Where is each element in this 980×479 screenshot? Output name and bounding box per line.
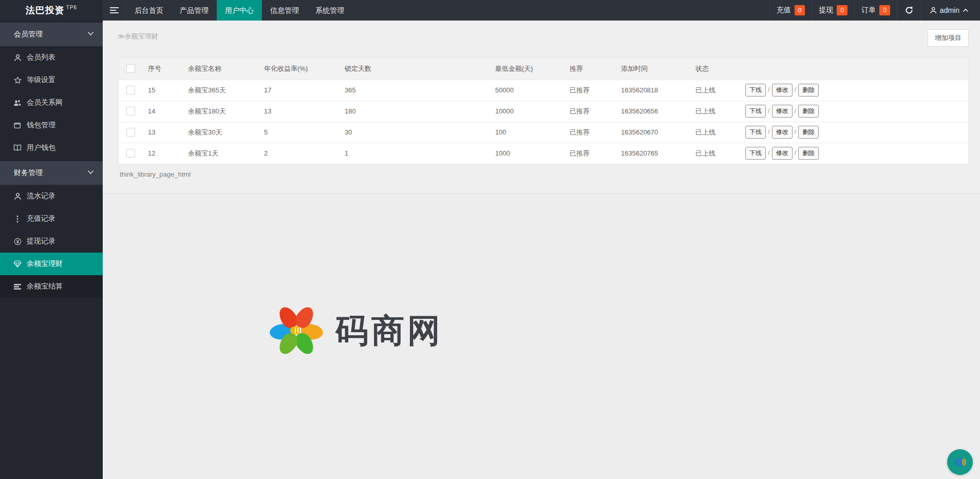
cell-rate: 13	[261, 101, 342, 122]
row-checkbox[interactable]	[126, 107, 135, 116]
cell-name: 余额宝180天	[185, 101, 261, 122]
sidebar-item-label: 提现记录	[27, 237, 55, 246]
cell-time: 1635620765	[618, 143, 693, 164]
collapse-menu-button[interactable]	[103, 0, 126, 21]
sidebar-group-members[interactable]: 会员管理	[0, 23, 103, 46]
cell-recommend: 已推荐	[567, 80, 618, 101]
sidebar-item-label: 会员列表	[27, 53, 55, 62]
sidebar-item-flow-records[interactable]: 流水记录	[0, 185, 103, 207]
cell-days: 180	[342, 101, 493, 122]
data-table-card: 序号 余额宝名称 年化收益率(%) 锁定天数 最低金额(天) 推荐 添加时间 状…	[118, 58, 969, 164]
cell-min: 10000	[493, 101, 567, 122]
cell-time: 1635620818	[618, 80, 693, 101]
cell-rate: 5	[261, 122, 342, 143]
cell-status: 已上线	[693, 80, 743, 101]
yen-circle-icon	[13, 237, 22, 245]
sidebar-item-label: 用户钱包	[27, 143, 55, 152]
row-checkbox[interactable]	[126, 149, 135, 158]
action-separator: /	[795, 86, 797, 93]
delete-button[interactable]: 删除	[798, 105, 819, 118]
app-logo-version: TP6	[66, 5, 77, 10]
breadcrumb-prefix-icon: ≫	[118, 32, 125, 40]
select-all-checkbox[interactable]	[126, 64, 135, 73]
delete-button[interactable]: 删除	[798, 126, 819, 139]
cell-status: 已上线	[693, 143, 743, 164]
action-separator: /	[768, 107, 770, 114]
delete-button[interactable]: 删除	[798, 84, 819, 97]
refresh-icon	[904, 6, 914, 15]
audio-announcement-button[interactable]	[947, 449, 973, 475]
order-counter-label: 订单	[861, 6, 876, 15]
edit-button[interactable]: 修改	[772, 84, 793, 97]
order-counter[interactable]: 订单 0	[854, 0, 897, 21]
action-separator: /	[795, 107, 797, 114]
sidebar-item-member-list[interactable]: 会员列表	[0, 46, 103, 69]
sidebar-item-label: 会员关系网	[27, 98, 63, 107]
cell-id: 15	[145, 80, 185, 101]
col-header-time: 添加时间	[618, 58, 693, 80]
chevron-down-icon	[87, 31, 94, 36]
offline-button[interactable]: 下线	[745, 105, 766, 118]
sidebar-item-label: 余额宝结算	[27, 282, 63, 291]
edit-button[interactable]: 修改	[772, 105, 793, 118]
user-icon	[13, 192, 22, 200]
edit-button[interactable]: 修改	[772, 126, 793, 139]
cell-status: 已上线	[693, 122, 743, 143]
cell-id: 14	[145, 101, 185, 122]
speaker-icon	[953, 455, 967, 469]
refresh-button[interactable]	[897, 0, 921, 21]
offline-button[interactable]: 下线	[745, 126, 766, 139]
user-icon	[13, 53, 22, 62]
nav-tab-system[interactable]: 系统管理	[307, 0, 352, 21]
cell-min: 50000	[493, 80, 567, 101]
user-menu[interactable]: admin	[921, 0, 980, 21]
watermark-text: 码商网	[335, 309, 443, 353]
sidebar-item-yuebao-finance[interactable]: 余额宝理财	[0, 253, 103, 275]
sidebar-item-wallet-management[interactable]: 钱包管理	[0, 114, 103, 137]
nav-tab-dashboard[interactable]: 后台首页	[126, 0, 172, 21]
sidebar-item-level-settings[interactable]: 等级设置	[0, 69, 103, 91]
offline-button[interactable]: 下线	[745, 147, 766, 160]
nav-tab-information[interactable]: 信息管理	[262, 0, 307, 21]
sidebar-item-label: 余额宝理财	[27, 259, 63, 269]
sidebar-group-finance[interactable]: 财务管理	[0, 161, 103, 185]
cell-rate: 2	[261, 143, 342, 164]
sidebar-item-label: 等级设置	[27, 75, 55, 85]
sidebar-item-recharge-records[interactable]: 充值记录	[0, 207, 103, 230]
open-book-icon	[13, 144, 22, 152]
recharge-counter[interactable]: 充值 0	[769, 0, 812, 21]
flower-logo-icon	[270, 303, 323, 358]
col-header-name: 余额宝名称	[185, 58, 261, 80]
gem-icon	[13, 260, 22, 268]
hamburger-icon	[110, 6, 119, 15]
nav-tab-user-center[interactable]: 用户中心	[217, 0, 262, 21]
col-header-days: 锁定天数	[342, 58, 493, 80]
table-row: 14 余额宝180天 13 180 10000 已推荐 1635620656 已…	[119, 101, 968, 122]
delete-button[interactable]: 删除	[798, 147, 819, 160]
withdraw-counter[interactable]: 提现 0	[812, 0, 854, 21]
breadcrumb: ≫余额宝理财	[118, 32, 158, 41]
page-panel: ≫余额宝理财 增加项目 序号 余额宝名称 年化收益率(%) 锁定天数 最低金额(…	[103, 21, 980, 194]
cell-days: 30	[342, 122, 493, 143]
cell-min: 1000	[493, 143, 567, 164]
recharge-counter-badge: 0	[795, 5, 805, 15]
edit-button[interactable]: 修改	[772, 147, 793, 160]
sidebar-item-yuebao-settlement[interactable]: 余额宝结算	[0, 275, 103, 298]
table-header-row: 序号 余额宝名称 年化收益率(%) 锁定天数 最低金额(天) 推荐 添加时间 状…	[119, 58, 968, 80]
watermark: 码商网	[270, 303, 443, 358]
sidebar-item-label: 流水记录	[27, 191, 55, 201]
users-icon	[13, 99, 22, 107]
row-checkbox[interactable]	[126, 128, 135, 137]
sidebar-item-withdraw-records[interactable]: 提现记录	[0, 230, 103, 253]
sidebar-item-member-network[interactable]: 会员关系网	[0, 91, 103, 114]
add-item-button[interactable]: 增加项目	[928, 29, 969, 47]
sidebar-group-finance-label: 财务管理	[14, 168, 43, 178]
pagination-placeholder-text: think_library_page_html	[120, 170, 191, 178]
nav-tab-products[interactable]: 产品管理	[172, 0, 217, 21]
offline-button[interactable]: 下线	[745, 84, 766, 97]
chevron-down-icon	[87, 170, 94, 175]
sidebar-item-user-wallet[interactable]: 用户钱包	[0, 137, 103, 159]
row-checkbox[interactable]	[126, 86, 135, 94]
table-row: 13 余额宝30天 5 30 100 已推荐 1635620670 已上线 下线…	[119, 122, 968, 143]
action-separator: /	[795, 149, 797, 157]
